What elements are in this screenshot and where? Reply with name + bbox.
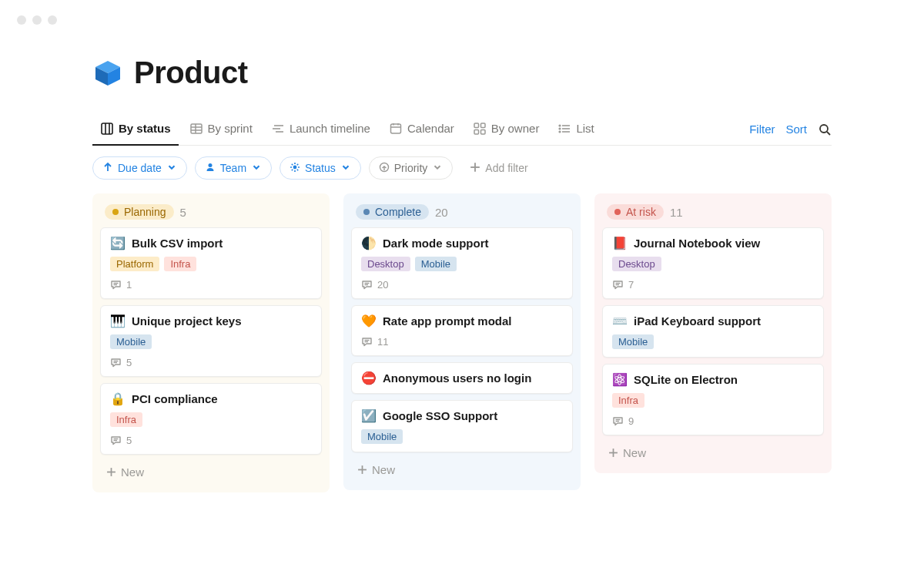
card[interactable]: 🔒PCI compliance Infra 5 xyxy=(100,383,322,455)
priority-icon xyxy=(379,162,390,175)
new-label: New xyxy=(623,446,646,459)
svg-rect-3 xyxy=(191,124,202,133)
column-count: 5 xyxy=(180,206,186,219)
card-icon: ☑️ xyxy=(361,408,377,423)
window-traffic-lights xyxy=(0,0,924,25)
chevron-down-icon xyxy=(251,162,262,175)
card-icon: 🔄 xyxy=(110,236,126,250)
calendar-icon xyxy=(389,122,403,136)
comment-count: 7 xyxy=(628,279,634,291)
card-comments[interactable]: 11 xyxy=(361,336,563,348)
card-icon: 📕 xyxy=(612,236,628,250)
status-dot-icon xyxy=(363,209,370,215)
card-icon: ⚛️ xyxy=(612,372,628,387)
card-title: Rate app prompt modal xyxy=(383,314,512,328)
column-label: Planning xyxy=(124,206,166,218)
card[interactable]: 🔄Bulk CSV import PlatformInfra 1 xyxy=(100,227,322,299)
comment-count: 1 xyxy=(126,279,132,291)
card-icon: 🔒 xyxy=(110,391,126,406)
card[interactable]: ☑️Google SSO Support Mobile xyxy=(351,400,573,452)
svg-rect-16 xyxy=(474,129,479,134)
card[interactable]: 📕Journal Notebook view Desktop 7 xyxy=(602,227,824,299)
chevron-down-icon xyxy=(340,162,351,175)
card-title: Google SSO Support xyxy=(383,409,497,422)
comment-count: 5 xyxy=(126,357,132,368)
view-tab-label: List xyxy=(576,122,594,135)
search-icon[interactable] xyxy=(818,123,832,136)
card-icon: ⌨️ xyxy=(612,314,628,328)
view-tab-list[interactable]: List xyxy=(550,113,601,146)
card-comments[interactable]: 9 xyxy=(612,415,814,427)
view-tab-label: Launch timeline xyxy=(290,122,370,135)
svg-line-33 xyxy=(297,169,298,170)
page-title[interactable]: Product xyxy=(134,55,248,90)
comment-count: 11 xyxy=(377,336,388,348)
view-tab-by-sprint[interactable]: By sprint xyxy=(182,113,260,146)
svg-point-22 xyxy=(560,131,561,133)
card-comments[interactable]: 7 xyxy=(612,279,814,291)
new-label: New xyxy=(372,463,395,476)
card-comments[interactable]: 5 xyxy=(110,435,312,446)
svg-rect-0 xyxy=(102,123,112,134)
person-icon xyxy=(205,162,216,175)
view-tab-by-status[interactable]: By status xyxy=(92,113,179,146)
view-tab-label: By sprint xyxy=(208,122,253,135)
tag: Mobile xyxy=(612,334,654,349)
view-tab-by-owner[interactable]: By owner xyxy=(465,113,547,146)
view-tab-label: Calendar xyxy=(407,122,454,135)
card[interactable]: ⌨️iPad Keyboard support Mobile xyxy=(602,305,824,358)
column-status-pill[interactable]: Planning xyxy=(105,204,174,220)
column-planning: Planning 5 🔄Bulk CSV import PlatformInfr… xyxy=(92,193,330,492)
plus-icon xyxy=(470,162,480,175)
svg-line-34 xyxy=(292,169,293,170)
table-icon xyxy=(189,122,203,136)
column-label: Complete xyxy=(375,206,421,218)
card-title: Anonymous users no login xyxy=(383,371,531,385)
card-title: SQLite on Electron xyxy=(634,373,738,386)
filter-chip-status[interactable]: Status xyxy=(280,156,361,180)
add-filter-button[interactable]: Add filter xyxy=(460,156,537,180)
card[interactable]: 🌓Dark mode support DesktopMobile 20 xyxy=(351,227,573,299)
filter-chip-priority[interactable]: Priority xyxy=(369,156,454,180)
column-status-pill[interactable]: Complete xyxy=(356,204,429,220)
card[interactable]: 🎹Unique project keys Mobile 5 xyxy=(100,305,322,377)
column-at-risk: At risk 11 📕Journal Notebook view Deskto… xyxy=(594,193,832,473)
card[interactable]: 🧡Rate app prompt modal 11 xyxy=(351,305,573,356)
sort-link[interactable]: Sort xyxy=(785,123,807,136)
filter-chip-team[interactable]: Team xyxy=(195,156,272,180)
tag: Mobile xyxy=(361,429,403,444)
card-comments[interactable]: 20 xyxy=(361,279,563,291)
card-comments[interactable]: 5 xyxy=(110,357,312,368)
column-label: At risk xyxy=(626,206,656,218)
grid-icon xyxy=(473,122,487,136)
new-card-button[interactable]: New xyxy=(601,442,825,464)
kanban-board: Planning 5 🔄Bulk CSV import PlatformInfr… xyxy=(92,193,832,492)
status-dot-icon xyxy=(112,209,119,215)
view-tab-launch-timeline[interactable]: Launch timeline xyxy=(263,113,378,146)
svg-point-24 xyxy=(820,125,828,133)
new-card-button[interactable]: New xyxy=(99,461,323,483)
card-icon: 🧡 xyxy=(361,314,377,328)
filter-chip-label: Due date xyxy=(118,162,162,174)
filter-chip-due-date[interactable]: Due date xyxy=(92,156,187,180)
status-spark-icon xyxy=(290,162,300,175)
tag: Mobile xyxy=(415,257,457,271)
new-card-button[interactable]: New xyxy=(350,459,574,481)
tag: Desktop xyxy=(361,257,410,271)
page-icon-box xyxy=(92,58,123,89)
card[interactable]: ⛔Anonymous users no login xyxy=(351,362,573,394)
svg-line-32 xyxy=(292,163,293,164)
card-title: Unique project keys xyxy=(132,314,242,328)
column-status-pill[interactable]: At risk xyxy=(607,204,664,220)
tag: Mobile xyxy=(110,334,152,349)
svg-line-35 xyxy=(297,163,298,164)
card-title: PCI compliance xyxy=(132,392,218,405)
comment-count: 20 xyxy=(377,279,388,291)
comment-count: 5 xyxy=(126,435,132,446)
filter-link[interactable]: Filter xyxy=(749,123,775,136)
card-comments[interactable]: 1 xyxy=(110,279,312,291)
add-filter-label: Add filter xyxy=(485,162,527,174)
card[interactable]: ⚛️SQLite on Electron Infra 9 xyxy=(602,364,824,435)
svg-rect-10 xyxy=(390,124,400,133)
view-tab-calendar[interactable]: Calendar xyxy=(381,113,462,146)
